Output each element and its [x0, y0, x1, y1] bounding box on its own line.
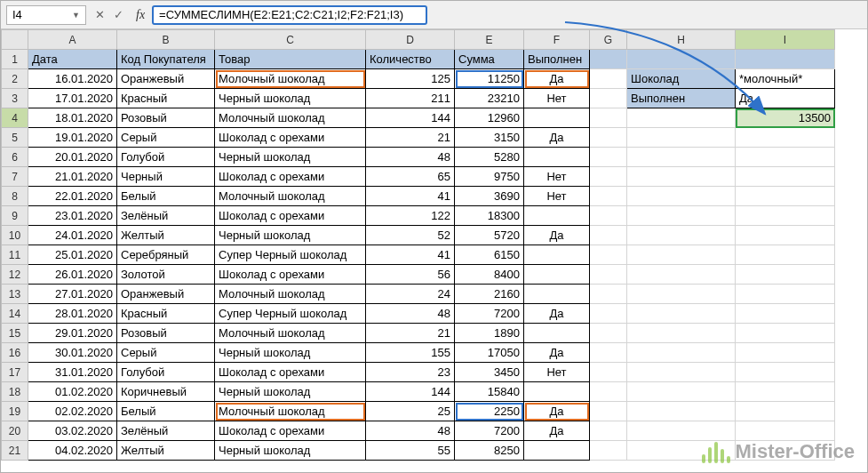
cell-F4[interactable] — [524, 108, 590, 128]
cell-D19[interactable]: 25 — [366, 402, 455, 421]
cell-A8[interactable]: 22.01.2020 — [28, 187, 117, 206]
cell-F14[interactable]: Да — [524, 304, 590, 324]
cell-F7[interactable]: Нет — [524, 167, 590, 187]
row-header[interactable]: 15 — [2, 324, 28, 343]
cell-F20[interactable]: Да — [524, 421, 590, 441]
cell-G6[interactable] — [590, 148, 627, 167]
cell-B1[interactable]: Код Покупателя — [117, 50, 215, 69]
cell-A1[interactable]: Дата — [28, 50, 117, 69]
cell-C6[interactable]: Черный шоколад — [215, 148, 366, 167]
cell-I12[interactable] — [736, 265, 835, 285]
cell-C8[interactable]: Молочный шоколад — [215, 187, 366, 206]
cell-E5[interactable]: 3150 — [455, 128, 524, 148]
col-header-C[interactable]: C — [215, 30, 366, 50]
chevron-down-icon[interactable]: ▼ — [72, 6, 80, 24]
cell-E21[interactable]: 8250 — [455, 441, 524, 461]
cell-D9[interactable]: 122 — [366, 206, 455, 226]
cell-B11[interactable]: Серебряный — [117, 245, 215, 265]
cell-H9[interactable] — [627, 206, 736, 226]
cell-B4[interactable]: Розовый — [117, 108, 215, 128]
row-header[interactable]: 3 — [2, 89, 28, 108]
cell-H13[interactable] — [627, 285, 736, 304]
cell-F9[interactable] — [524, 206, 590, 226]
cell-H20[interactable] — [627, 421, 736, 441]
cell-C14[interactable]: Супер Черный шоколад — [215, 304, 366, 324]
cell-A6[interactable]: 20.01.2020 — [28, 148, 117, 167]
fx-icon[interactable]: fx — [132, 8, 148, 22]
cell-E6[interactable]: 5280 — [455, 148, 524, 167]
col-header-F[interactable]: F — [524, 30, 590, 50]
cell-F3[interactable]: Нет — [524, 89, 590, 108]
cell-A13[interactable]: 27.01.2020 — [28, 285, 117, 304]
col-header-H[interactable]: H — [627, 30, 736, 50]
cell-H5[interactable] — [627, 128, 736, 148]
cell-I4[interactable]: 13500 — [736, 108, 835, 128]
cell-E19[interactable]: 2250 — [455, 402, 524, 421]
col-header-G[interactable]: G — [590, 30, 627, 50]
cell-I13[interactable] — [736, 285, 835, 304]
cell-F21[interactable] — [524, 441, 590, 461]
cell-F1[interactable]: Выполнен — [524, 50, 590, 69]
cell-I15[interactable] — [736, 324, 835, 343]
cell-C20[interactable]: Шоколад с орехами — [215, 421, 366, 441]
cell-E4[interactable]: 12960 — [455, 108, 524, 128]
cell-F16[interactable]: Да — [524, 343, 590, 363]
cell-A5[interactable]: 19.01.2020 — [28, 128, 117, 148]
cell-D8[interactable]: 41 — [366, 187, 455, 206]
row-header[interactable]: 13 — [2, 285, 28, 304]
row-header[interactable]: 1 — [2, 50, 28, 69]
cell-B15[interactable]: Розовый — [117, 324, 215, 343]
cell-B10[interactable]: Желтый — [117, 226, 215, 245]
row-header[interactable]: 21 — [2, 441, 28, 461]
row-header[interactable]: 19 — [2, 402, 28, 421]
cell-G11[interactable] — [590, 245, 627, 265]
row-header[interactable]: 14 — [2, 304, 28, 324]
cell-I9[interactable] — [736, 206, 835, 226]
cell-F13[interactable] — [524, 285, 590, 304]
cell-A11[interactable]: 25.01.2020 — [28, 245, 117, 265]
cell-G8[interactable] — [590, 187, 627, 206]
cell-F17[interactable]: Нет — [524, 363, 590, 382]
cell-A20[interactable]: 03.02.2020 — [28, 421, 117, 441]
cell-D18[interactable]: 144 — [366, 382, 455, 402]
cell-E15[interactable]: 1890 — [455, 324, 524, 343]
cell-D15[interactable]: 21 — [366, 324, 455, 343]
row-header[interactable]: 11 — [2, 245, 28, 265]
cell-H14[interactable] — [627, 304, 736, 324]
cell-F18[interactable] — [524, 382, 590, 402]
cell-D7[interactable]: 65 — [366, 167, 455, 187]
cell-F12[interactable] — [524, 265, 590, 285]
col-header-I[interactable]: I — [736, 30, 835, 50]
cell-C5[interactable]: Шоколад с орехами — [215, 128, 366, 148]
cell-E3[interactable]: 23210 — [455, 89, 524, 108]
cell-D3[interactable]: 211 — [366, 89, 455, 108]
cell-C18[interactable]: Черный шоколад — [215, 382, 366, 402]
cell-G1[interactable] — [590, 50, 627, 69]
cell-E11[interactable]: 6150 — [455, 245, 524, 265]
cell-B17[interactable]: Голубой — [117, 363, 215, 382]
cell-C10[interactable]: Черный шоколад — [215, 226, 366, 245]
cell-H11[interactable] — [627, 245, 736, 265]
cell-H18[interactable] — [627, 382, 736, 402]
cell-E9[interactable]: 18300 — [455, 206, 524, 226]
row-header[interactable]: 20 — [2, 421, 28, 441]
row-header[interactable]: 7 — [2, 167, 28, 187]
cell-E12[interactable]: 8400 — [455, 265, 524, 285]
cell-F10[interactable]: Да — [524, 226, 590, 245]
col-header-B[interactable]: B — [117, 30, 215, 50]
cell-I5[interactable] — [736, 128, 835, 148]
cell-G19[interactable] — [590, 402, 627, 421]
cell-I18[interactable] — [736, 382, 835, 402]
cell-B3[interactable]: Красный — [117, 89, 215, 108]
cell-B9[interactable]: Зелёный — [117, 206, 215, 226]
cell-F19[interactable]: Да — [524, 402, 590, 421]
cell-I3[interactable]: Да — [736, 89, 835, 108]
formula-input[interactable]: =СУММЕСЛИМН(E2:E21;C2:C21;I2;F2:F21;I3) — [152, 5, 427, 25]
cell-A15[interactable]: 29.01.2020 — [28, 324, 117, 343]
cell-H3[interactable]: Выполнен — [627, 89, 736, 108]
row-header[interactable]: 9 — [2, 206, 28, 226]
cell-H19[interactable] — [627, 402, 736, 421]
cell-A21[interactable]: 04.02.2020 — [28, 441, 117, 461]
cell-E2[interactable]: 11250 — [455, 69, 524, 89]
cell-A17[interactable]: 31.01.2020 — [28, 363, 117, 382]
